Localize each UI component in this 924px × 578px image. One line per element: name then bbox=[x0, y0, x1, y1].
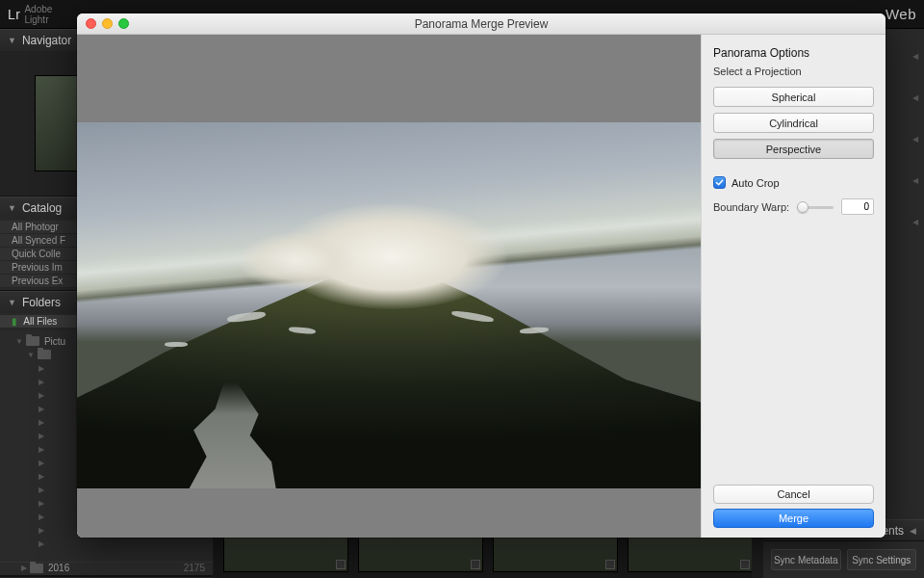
disclosure-triangle-icon: ▶ bbox=[38, 539, 44, 548]
auto-crop-checkbox[interactable] bbox=[713, 176, 726, 189]
slider-thumb-icon[interactable] bbox=[797, 201, 808, 213]
disclosure-triangle-icon: ▼ bbox=[8, 298, 16, 307]
drive-icon: ▮ bbox=[12, 316, 17, 327]
thumb-badge-icon bbox=[336, 560, 346, 569]
logo-mark: Lr bbox=[8, 7, 20, 22]
folders-root-label: All Files bbox=[23, 316, 57, 327]
options-subtitle: Select a Projection bbox=[713, 66, 874, 77]
thumb-badge-icon bbox=[471, 560, 480, 569]
auto-crop-row[interactable]: Auto Crop bbox=[713, 176, 874, 189]
dialog-titlebar[interactable]: Panorama Merge Preview bbox=[77, 13, 886, 35]
minimize-window-icon[interactable] bbox=[102, 18, 113, 29]
sync-settings-button[interactable]: Sync Settings bbox=[847, 549, 917, 570]
window-controls bbox=[77, 18, 129, 29]
folder-count: 2175 bbox=[184, 563, 205, 573]
panorama-merge-dialog: Panorama Merge Preview Panorama Options … bbox=[77, 13, 886, 538]
preview-cloud bbox=[239, 232, 354, 290]
folder-label: 2016 bbox=[48, 563, 69, 573]
disclosure-triangle-icon: ◀ bbox=[910, 526, 916, 536]
collapse-arrow-icon[interactable]: ◀ bbox=[910, 90, 921, 106]
disclosure-triangle-icon: ▶ bbox=[21, 564, 27, 572]
zoom-window-icon[interactable] bbox=[118, 18, 129, 29]
boundary-warp-slider[interactable] bbox=[797, 200, 834, 214]
collapse-arrow-icon[interactable]: ◀ bbox=[910, 172, 921, 189]
disclosure-triangle-icon: ▶ bbox=[38, 445, 44, 454]
folder-label: Pictu bbox=[44, 336, 65, 347]
folder-icon bbox=[30, 564, 43, 573]
merge-button[interactable]: Merge bbox=[713, 509, 874, 528]
logo-sub-top: Adobe bbox=[24, 4, 52, 14]
preview-snow bbox=[165, 342, 188, 347]
disclosure-triangle-icon: ▼ bbox=[27, 351, 35, 359]
tree-row-bottom[interactable]: ▶ 2016 2175 bbox=[0, 562, 213, 575]
module-web[interactable]: Web bbox=[886, 6, 916, 22]
right-panel-buttons: Sync Metadata Sync Settings bbox=[763, 540, 924, 578]
thumb-badge-icon bbox=[740, 560, 750, 569]
disclosure-triangle-icon: ▶ bbox=[38, 472, 44, 481]
tree-row[interactable]: ▶ bbox=[6, 537, 213, 550]
disclosure-triangle-icon: ▶ bbox=[38, 526, 44, 535]
checkmark-icon bbox=[715, 178, 724, 187]
disclosure-triangle-icon: ▶ bbox=[38, 512, 44, 521]
disclosure-triangle-icon: ▶ bbox=[38, 459, 44, 467]
disclosure-triangle-icon: ▶ bbox=[38, 378, 44, 386]
panorama-options-panel: Panorama Options Select a Projection Sph… bbox=[701, 35, 886, 538]
thumb-badge-icon bbox=[605, 560, 615, 569]
app-logo: Lr Adobe Lightr bbox=[8, 4, 54, 25]
catalog-label: Catalog bbox=[22, 201, 62, 215]
disclosure-triangle-icon: ▶ bbox=[38, 432, 44, 440]
disclosure-triangle-icon: ▶ bbox=[38, 391, 44, 400]
auto-crop-label: Auto Crop bbox=[732, 177, 780, 189]
disclosure-triangle-icon: ▼ bbox=[8, 203, 16, 213]
panorama-preview[interactable] bbox=[77, 122, 701, 488]
disclosure-triangle-icon: ▶ bbox=[38, 499, 44, 508]
dialog-title: Panorama Merge Preview bbox=[77, 17, 886, 31]
sync-metadata-button[interactable]: Sync Metadata bbox=[771, 549, 841, 570]
disclosure-triangle-icon: ▶ bbox=[38, 486, 44, 494]
folder-icon bbox=[38, 350, 51, 359]
projection-spherical-button[interactable]: Spherical bbox=[713, 87, 874, 107]
preview-area bbox=[77, 35, 701, 538]
logo-sub-bot: Lightr bbox=[24, 14, 48, 25]
disclosure-triangle-icon: ▶ bbox=[38, 405, 44, 413]
disclosure-triangle-icon: ▼ bbox=[8, 36, 16, 45]
folder-icon bbox=[26, 336, 39, 346]
options-title: Panorama Options bbox=[713, 46, 874, 60]
collapse-arrow-icon[interactable]: ◀ bbox=[910, 214, 921, 230]
logo-sub: Adobe Lightr bbox=[24, 4, 52, 25]
projection-cylindrical-button[interactable]: Cylindrical bbox=[713, 113, 874, 133]
boundary-warp-row: Boundary Warp: bbox=[713, 198, 874, 215]
collapse-arrow-icon[interactable]: ◀ bbox=[910, 131, 921, 147]
folders-label: Folders bbox=[22, 296, 61, 309]
disclosure-triangle-icon: ▶ bbox=[38, 418, 44, 427]
boundary-warp-label: Boundary Warp: bbox=[713, 201, 789, 213]
close-window-icon[interactable] bbox=[86, 18, 96, 29]
projection-perspective-button[interactable]: Perspective bbox=[713, 139, 874, 159]
dialog-body: Panorama Options Select a Projection Sph… bbox=[77, 35, 886, 538]
collapse-arrow-icon[interactable]: ◀ bbox=[910, 48, 921, 65]
cancel-button[interactable]: Cancel bbox=[713, 485, 874, 504]
boundary-warp-value-input[interactable] bbox=[841, 198, 874, 215]
disclosure-triangle-icon: ▼ bbox=[15, 337, 23, 346]
navigator-label: Navigator bbox=[22, 34, 71, 47]
disclosure-triangle-icon: ▶ bbox=[38, 364, 44, 373]
